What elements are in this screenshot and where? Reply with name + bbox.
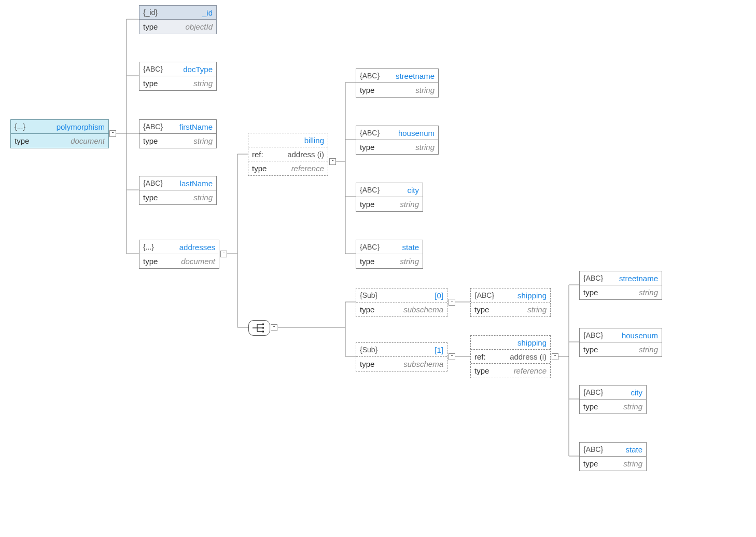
node-name: _id xyxy=(202,8,213,17)
node-name: state xyxy=(402,243,419,252)
node-shipping-string[interactable]: {ABC} shipping type string xyxy=(470,288,551,317)
type-label: type xyxy=(360,360,374,368)
toggle-addresses[interactable] xyxy=(220,251,227,257)
type-label: type xyxy=(360,86,374,94)
kind-badge: {ABC} xyxy=(360,129,380,137)
kind-badge: {...} xyxy=(143,243,154,251)
type-label: type xyxy=(474,305,489,314)
svg-rect-0 xyxy=(262,324,264,325)
node-lastName[interactable]: {ABC} lastName type string xyxy=(139,176,217,205)
type-value: subschema xyxy=(403,360,443,368)
toggle-polymorphism[interactable] xyxy=(109,130,116,137)
svg-rect-1 xyxy=(262,327,264,329)
type-value: reference xyxy=(291,164,324,173)
node-name: shipping xyxy=(517,291,547,300)
type-value: string xyxy=(623,402,642,411)
node-name: housenum xyxy=(398,129,435,137)
type-label: type xyxy=(143,136,158,145)
ref-value: address (i) xyxy=(287,150,324,159)
type-label: type xyxy=(360,305,374,314)
choice-icon[interactable] xyxy=(248,320,270,336)
kind-badge: {ABC} xyxy=(583,331,603,339)
node-shipping-city[interactable]: {ABC} city type string xyxy=(579,385,647,414)
node-name: docType xyxy=(183,65,213,74)
type-label: type xyxy=(583,459,598,468)
type-value: string xyxy=(623,459,642,468)
kind-badge: {ABC} xyxy=(143,179,163,187)
type-label: type xyxy=(583,345,598,354)
type-label: type xyxy=(583,288,598,297)
node-sub0[interactable]: {Sub} [0] type subschema xyxy=(356,288,447,317)
node-name: state xyxy=(625,445,642,454)
node-name: streetname xyxy=(396,72,435,80)
type-value: string xyxy=(527,305,547,314)
node-billing[interactable]: billing ref: address (i) type reference xyxy=(248,133,328,176)
diagram-canvas: {...} polymorphism type document {_id} _… xyxy=(0,0,756,537)
kind-badge: {_id} xyxy=(143,8,158,17)
node-name: shipping xyxy=(517,338,547,347)
kind-badge: {ABC} xyxy=(583,388,603,396)
node-docType[interactable]: {ABC} docType type string xyxy=(139,62,217,91)
type-label: type xyxy=(143,22,158,31)
node-billing-city[interactable]: {ABC} city type string xyxy=(356,183,423,212)
type-value: string xyxy=(400,200,419,209)
type-label: type xyxy=(252,164,267,173)
node-shipping-ref[interactable]: shipping ref: address (i) type reference xyxy=(470,335,551,378)
type-label: type xyxy=(143,79,158,88)
kind-badge: {Sub} xyxy=(360,346,377,354)
node-sub1[interactable]: {Sub} [1] type subschema xyxy=(356,342,447,371)
node-name: firstName xyxy=(179,122,213,131)
type-value: subschema xyxy=(403,305,443,314)
type-value: document xyxy=(71,136,105,145)
type-label: type xyxy=(583,402,598,411)
type-value: string xyxy=(415,86,435,94)
type-value: string xyxy=(193,79,213,88)
type-value: objectId xyxy=(185,22,213,31)
node-id[interactable]: {_id} _id type objectId xyxy=(139,5,217,34)
type-label: type xyxy=(360,143,374,152)
node-name: streetname xyxy=(619,274,658,283)
node-billing-state[interactable]: {ABC} state type string xyxy=(356,240,423,269)
kind-badge: {ABC} xyxy=(360,186,380,194)
node-name: [0] xyxy=(435,291,443,300)
type-value: reference xyxy=(514,366,547,375)
node-addresses[interactable]: {...} addresses type document xyxy=(139,240,219,269)
type-label: type xyxy=(143,257,158,266)
svg-rect-2 xyxy=(262,331,264,333)
type-label: type xyxy=(360,257,374,266)
node-shipping-state[interactable]: {ABC} state type string xyxy=(579,442,647,471)
toggle-sub0[interactable] xyxy=(449,299,455,306)
type-label: type xyxy=(474,366,489,375)
toggle-shipping-ref[interactable] xyxy=(552,353,558,360)
kind-badge: {ABC} xyxy=(143,65,163,73)
type-label: type xyxy=(360,200,374,209)
kind-badge: {...} xyxy=(15,122,25,131)
node-name: lastName xyxy=(180,179,213,188)
kind-badge: {Sub} xyxy=(360,291,377,299)
kind-badge: {ABC} xyxy=(583,274,603,282)
toggle-choice[interactable] xyxy=(271,324,277,331)
toggle-sub1[interactable] xyxy=(449,353,455,360)
node-billing-streetname[interactable]: {ABC} streetname type string xyxy=(356,68,439,98)
kind-badge: {ABC} xyxy=(360,72,380,80)
node-name: addresses xyxy=(179,243,215,252)
node-name: billing xyxy=(304,136,324,145)
kind-badge: {ABC} xyxy=(583,445,603,453)
type-value: string xyxy=(639,288,658,297)
type-label: type xyxy=(143,193,158,202)
type-value: string xyxy=(193,136,213,145)
node-billing-housenum[interactable]: {ABC} housenum type string xyxy=(356,126,439,155)
node-shipping-streetname[interactable]: {ABC} streetname type string xyxy=(579,271,662,300)
node-name: polymorphism xyxy=(57,122,105,131)
node-polymorphism[interactable]: {...} polymorphism type document xyxy=(10,119,109,148)
node-name: city xyxy=(631,388,643,397)
ref-label: ref: xyxy=(252,150,263,159)
node-shipping-housenum[interactable]: {ABC} housenum type string xyxy=(579,328,662,357)
node-name: housenum xyxy=(622,331,658,340)
toggle-billing[interactable] xyxy=(329,158,336,165)
type-value: document xyxy=(181,257,215,266)
kind-badge: {ABC} xyxy=(360,243,380,251)
type-value: string xyxy=(193,193,213,202)
kind-badge: {ABC} xyxy=(143,122,163,131)
node-firstName[interactable]: {ABC} firstName type string xyxy=(139,119,217,148)
